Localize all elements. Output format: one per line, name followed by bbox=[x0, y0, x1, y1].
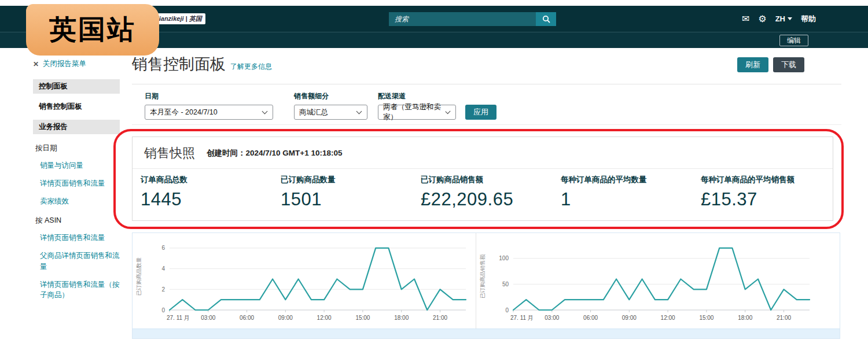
metric-value: 1 bbox=[561, 189, 693, 210]
chevron-down-icon bbox=[788, 17, 792, 20]
svg-text:12:00: 12:00 bbox=[661, 315, 675, 321]
ordered-sales-chart: 05010027. 11 月03:0006:0009:0012:0015:001… bbox=[476, 233, 819, 328]
breakdown-filter-select[interactable]: 商城汇总 bbox=[294, 105, 367, 120]
sidebar-item-seller-performance[interactable]: 卖家绩效 bbox=[33, 196, 120, 207]
svg-text:09:00: 09:00 bbox=[278, 315, 293, 321]
snapshot-header: 销售快照 创建时间：2024/7/10 GMT+1 10:18:05 bbox=[133, 137, 833, 169]
charts-row: 024627. 11 月03:0006:0009:0012:0015:0018:… bbox=[133, 233, 840, 328]
seller-central-page: dianzikeji | 英国 ✉ ⚙ ZH 帮助 编辑 英国站 bbox=[0, 0, 868, 347]
sidebar-group-by-date: 按日期 bbox=[33, 143, 120, 153]
svg-text:03:00: 03:00 bbox=[201, 315, 215, 321]
metric-value: £22,209.65 bbox=[421, 189, 553, 210]
svg-text:12:00: 12:00 bbox=[317, 315, 332, 321]
snapshot-created-time: 创建时间：2024/7/10 GMT+1 10:18:05 bbox=[207, 148, 342, 158]
metric-label: 每种订单商品的平均销售额 bbox=[701, 175, 833, 185]
svg-text:100: 100 bbox=[499, 255, 509, 261]
channel-filter-label: 配送渠道 bbox=[378, 91, 465, 101]
svg-text:4: 4 bbox=[161, 265, 165, 272]
svg-text:15:00: 15:00 bbox=[699, 315, 713, 321]
metric-ordered-sales: 已订购商品销售额 £22,209.65 bbox=[413, 175, 553, 210]
chevron-down-icon bbox=[262, 109, 268, 115]
sidebar-item-detail-page-sales[interactable]: 详情页面销售和流量 bbox=[33, 178, 120, 189]
svg-text:27. 11 月: 27. 11 月 bbox=[167, 315, 190, 321]
svg-text:0: 0 bbox=[161, 307, 165, 313]
chevron-down-icon bbox=[356, 109, 362, 115]
metric-label: 订单商品总数 bbox=[141, 175, 273, 185]
close-icon: ✕ bbox=[33, 60, 39, 68]
date-filter: 日期 本月至今 - 2024/7/10 bbox=[145, 91, 294, 120]
learn-more-link[interactable]: 了解更多信息 bbox=[230, 62, 272, 72]
uk-site-overlay-label: 英国站 bbox=[26, 4, 159, 56]
refresh-button[interactable]: 刷新 bbox=[737, 57, 768, 72]
svg-text:2: 2 bbox=[161, 286, 165, 293]
download-button[interactable]: 下载 bbox=[773, 57, 804, 72]
sidebar-item-sales-dashboard[interactable]: 销售控制面板 bbox=[33, 102, 120, 112]
svg-text:6: 6 bbox=[161, 245, 165, 251]
svg-text:06:00: 06:00 bbox=[240, 315, 254, 321]
svg-text:已订购商品数量: 已订购商品数量 bbox=[135, 257, 142, 296]
sidebar-section-dashboard: 控制面板 bbox=[33, 79, 120, 94]
metric-total-order-items: 订单商品总数 1445 bbox=[133, 175, 273, 210]
svg-text:03:00: 03:00 bbox=[545, 315, 559, 321]
close-label: 关闭报告菜单 bbox=[43, 59, 86, 69]
sidebar-item-detail-page-child[interactable]: 详情页面销售和流量（按子商品） bbox=[33, 279, 120, 301]
breakdown-filter-value: 商城汇总 bbox=[299, 108, 328, 117]
channel-filter-value: 两者（亚马逊和卖家） bbox=[383, 102, 442, 122]
page-actions: 刷新 下载 bbox=[737, 57, 804, 72]
metric-avg-sales: 每种订单商品的平均销售额 £15.37 bbox=[693, 175, 833, 210]
svg-text:已订购商品销售额: 已订购商品销售额 bbox=[479, 254, 486, 299]
filter-bar: 日期 本月至今 - 2024/7/10 销售额细分 商城汇总 配送渠道 两者（亚… bbox=[132, 84, 841, 120]
sidebar-item-parent-detail-page[interactable]: 父商品详情页面销售和流量 bbox=[33, 250, 120, 272]
report-sidebar: ✕ 关闭报告菜单 控制面板 销售控制面板 业务报告 按日期 销量与访问量 详情页… bbox=[33, 59, 120, 308]
breakdown-filter-label: 销售额细分 bbox=[294, 91, 378, 101]
sidebar-group-by-asin: 按 ASIN bbox=[33, 216, 120, 226]
charts-panel: 024627. 11 月03:0006:0009:0012:0015:0018:… bbox=[132, 232, 840, 339]
panel-footer-strip bbox=[133, 328, 840, 338]
date-filter-value: 本月至今 - 2024/7/10 bbox=[150, 108, 218, 117]
help-link[interactable]: 帮助 bbox=[801, 14, 816, 24]
header-actions: ✉ ⚙ ZH 帮助 bbox=[742, 6, 816, 32]
chevron-down-icon bbox=[446, 109, 451, 114]
divider bbox=[132, 124, 841, 125]
language-selector[interactable]: ZH bbox=[775, 14, 792, 23]
search-input[interactable] bbox=[389, 12, 536, 26]
marketplace-badge[interactable]: dianzikeji | 英国 bbox=[152, 13, 205, 24]
sidebar-item-detail-page-sales-asin[interactable]: 详情页面销售和流量 bbox=[33, 232, 120, 243]
created-value: 2024/7/10 GMT+1 10:18:05 bbox=[246, 149, 343, 157]
gear-icon[interactable]: ⚙ bbox=[758, 14, 766, 24]
channel-filter: 配送渠道 两者（亚马逊和卖家） bbox=[378, 91, 465, 120]
metric-value: £15.37 bbox=[701, 189, 833, 210]
page-title: 销售控制面板 bbox=[132, 54, 226, 75]
date-filter-label: 日期 bbox=[145, 91, 294, 101]
date-filter-select[interactable]: 本月至今 - 2024/7/10 bbox=[145, 105, 273, 120]
metric-label: 已订购商品数量 bbox=[281, 175, 413, 185]
line-chart-svg: 024627. 11 月03:0006:0009:0012:0015:0018:… bbox=[133, 236, 474, 327]
sidebar-item-sales-traffic[interactable]: 销量与访问量 bbox=[33, 160, 120, 171]
svg-text:15:00: 15:00 bbox=[355, 315, 370, 321]
snapshot-title: 销售快照 bbox=[144, 145, 195, 162]
close-report-menu[interactable]: ✕ 关闭报告菜单 bbox=[33, 59, 120, 69]
svg-text:21:00: 21:00 bbox=[777, 315, 791, 321]
svg-text:18:00: 18:00 bbox=[738, 315, 752, 321]
channel-filter-select[interactable]: 两者（亚马逊和卖家） bbox=[378, 105, 456, 120]
line-chart-svg: 05010027. 11 月03:0006:0009:0012:0015:001… bbox=[476, 236, 818, 327]
svg-text:50: 50 bbox=[502, 281, 509, 287]
search-button[interactable] bbox=[536, 12, 556, 26]
apply-button[interactable]: 应用 bbox=[465, 105, 496, 120]
mail-icon[interactable]: ✉ bbox=[742, 14, 749, 24]
svg-text:0: 0 bbox=[505, 307, 509, 313]
svg-text:27. 11 月: 27. 11 月 bbox=[510, 315, 534, 321]
edit-button[interactable]: 编辑 bbox=[779, 35, 808, 46]
svg-text:06:00: 06:00 bbox=[583, 315, 598, 321]
units-ordered-chart: 024627. 11 月03:0006:0009:0012:0015:0018:… bbox=[133, 233, 476, 328]
svg-text:21:00: 21:00 bbox=[433, 315, 447, 321]
metric-avg-units: 每种订单商品的平均数量 1 bbox=[553, 175, 693, 210]
metric-value: 1445 bbox=[141, 189, 273, 210]
breakdown-filter: 销售额细分 商城汇总 bbox=[294, 91, 378, 120]
snapshot-metrics: 订单商品总数 1445 已订购商品数量 1501 已订购商品销售额 £22,20… bbox=[133, 169, 833, 220]
svg-text:09:00: 09:00 bbox=[622, 315, 637, 321]
sales-snapshot-card: 销售快照 创建时间：2024/7/10 GMT+1 10:18:05 订单商品总… bbox=[132, 136, 833, 221]
sidebar-section-business-reports: 业务报告 bbox=[33, 120, 120, 134]
metric-label: 已订购商品销售额 bbox=[421, 175, 553, 185]
svg-text:18:00: 18:00 bbox=[394, 315, 409, 321]
